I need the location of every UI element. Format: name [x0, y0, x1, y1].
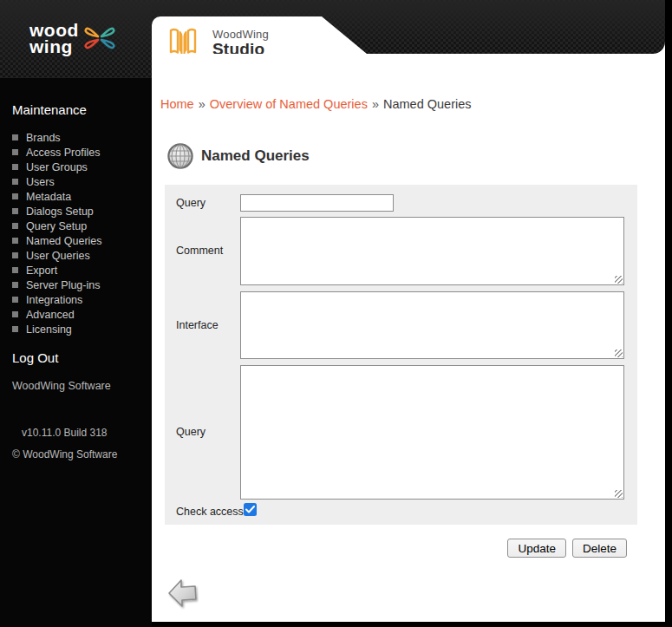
woodwing-logo-text: wood wing: [29, 22, 79, 55]
check-access-checkbox[interactable]: [244, 503, 257, 516]
menu-bullet-icon: [12, 252, 18, 258]
sidebar-item-advanced[interactable]: Advanced: [0, 307, 152, 322]
menu-bullet-icon: [12, 238, 18, 244]
studio-brand-label: WoodWing: [212, 29, 269, 41]
breadcrumb-separator: »: [199, 97, 206, 111]
sidebar-item-server-plug-ins[interactable]: Server Plug-ins: [0, 278, 152, 292]
menu-bullet-icon: [12, 164, 18, 170]
breadcrumb-overview-link[interactable]: Overview of Named Queries: [210, 97, 368, 111]
version-label: v10.11.0 Build 318: [22, 427, 108, 439]
breadcrumb-home-link[interactable]: Home: [160, 97, 194, 111]
back-arrow-icon[interactable]: [167, 577, 199, 611]
sidebar-item-access-profiles[interactable]: Access Profiles: [0, 145, 152, 160]
copyright-label: © WoodWing Software: [12, 448, 117, 460]
sidebar: wood wing Maintenance Brands Access Prof…: [0, 0, 152, 627]
sidebar-menu: Brands Access Profiles User Groups Users…: [0, 130, 152, 336]
main-content: WoodWing Studio Home»Overview of Named Q…: [152, 0, 665, 622]
interface-textarea[interactable]: [240, 291, 624, 359]
sidebar-item-integrations[interactable]: Integrations: [0, 292, 152, 307]
check-access-label: Check access: [176, 506, 244, 518]
sidebar-item-dialogs-setup[interactable]: Dialogs Setup: [0, 204, 152, 219]
menu-title: Maintenance: [12, 102, 87, 117]
menu-bullet-icon: [12, 193, 18, 199]
page-title: Named Queries: [201, 147, 310, 165]
menu-bullet-icon: [12, 311, 18, 317]
sidebar-item-query-setup[interactable]: Query Setup: [0, 219, 152, 233]
update-button[interactable]: Update: [507, 539, 566, 558]
studio-product-label: Studio: [212, 41, 269, 57]
menu-bullet-icon: [12, 297, 18, 303]
sidebar-item-export[interactable]: Export: [0, 263, 152, 278]
menu-bullet-icon: [12, 179, 18, 185]
query-name-label: Query: [176, 197, 206, 209]
sidebar-item-users[interactable]: Users: [0, 174, 152, 189]
log-out-link[interactable]: Log Out: [12, 350, 58, 365]
check-icon: [245, 506, 255, 513]
comment-textarea[interactable]: [240, 217, 624, 285]
query-sql-label: Query: [176, 426, 206, 438]
menu-bullet-icon: [12, 267, 18, 273]
menu-bullet-icon: [12, 223, 18, 229]
sidebar-item-licensing[interactable]: Licensing: [0, 322, 152, 336]
breadcrumb-separator: »: [372, 97, 379, 111]
form-actions: Update Delete: [152, 539, 627, 558]
sidebar-item-metadata[interactable]: Metadata: [0, 189, 152, 204]
menu-bullet-icon: [12, 149, 18, 155]
page-title-row: Named Queries: [167, 143, 310, 169]
menu-bullet-icon: [12, 208, 18, 214]
menu-bullet-icon: [12, 326, 18, 332]
globe-icon: [167, 143, 193, 169]
named-query-form-panel: Query Comment Interface Query Check acce…: [165, 185, 637, 525]
breadcrumb-current: Named Queries: [383, 97, 472, 111]
app-window: wood wing Maintenance Brands Access Prof…: [0, 0, 672, 627]
comment-label: Comment: [176, 245, 223, 257]
breadcrumb: Home»Overview of Named Queries»Named Que…: [160, 97, 472, 111]
interface-label: Interface: [176, 319, 219, 331]
woodwing-butterfly-icon: [82, 22, 117, 55]
query-sql-textarea[interactable]: [240, 365, 624, 500]
menu-bullet-icon: [12, 282, 18, 288]
sidebar-item-named-queries[interactable]: Named Queries: [0, 233, 152, 248]
company-label: WoodWing Software: [12, 380, 111, 392]
menu-bullet-icon: [12, 134, 18, 140]
sidebar-item-user-groups[interactable]: User Groups: [0, 160, 152, 174]
sidebar-item-brands[interactable]: Brands: [0, 130, 152, 145]
sidebar-logo-block: wood wing: [0, 0, 152, 78]
sidebar-item-user-queries[interactable]: User Queries: [0, 248, 152, 263]
woodwing-logo: wood wing: [29, 22, 117, 55]
delete-button[interactable]: Delete: [572, 539, 627, 558]
query-name-input[interactable]: [240, 194, 394, 212]
studio-book-icon: [167, 27, 199, 56]
